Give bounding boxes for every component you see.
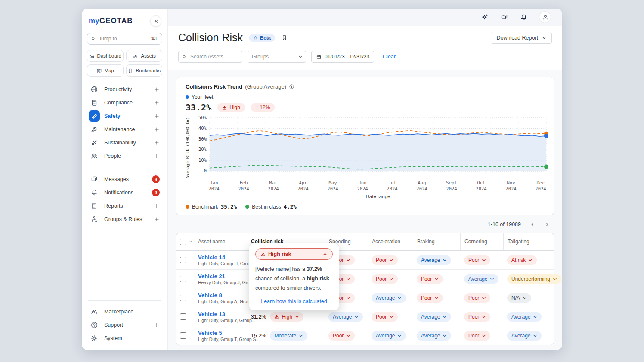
download-report-button[interactable]: Download Report	[491, 32, 552, 44]
acceleration-pill[interactable]: Poor	[372, 312, 398, 322]
column-header-acceleration[interactable]: Acceleration	[368, 233, 413, 250]
sidebar-item-groups-rules[interactable]: Groups & Rules	[87, 212, 162, 226]
braking-pill[interactable]: Average	[417, 255, 451, 265]
date-range-picker[interactable]: 01/01/23 - 12/31/23	[311, 51, 374, 63]
jump-to-placeholder: Jump to...	[99, 36, 148, 42]
sidebar-item-support[interactable]: Support	[87, 318, 162, 331]
acceleration-pill[interactable]: Poor	[372, 274, 398, 284]
row-checkbox[interactable]	[180, 313, 186, 320]
y-tick-label: 0	[204, 168, 207, 173]
asset-name-link[interactable]: Vehicle 14	[198, 254, 225, 261]
next-page-button[interactable]	[544, 221, 550, 227]
row-checkbox[interactable]	[180, 295, 186, 301]
select-all-checkbox[interactable]	[180, 239, 186, 245]
cornering-pill[interactable]: Poor	[464, 293, 490, 303]
tailgating-pill[interactable]: Average	[507, 331, 542, 341]
tailgating-pill[interactable]: Average	[507, 312, 542, 322]
bookmark-page-button[interactable]	[281, 34, 288, 41]
column-header-braking[interactable]: Braking	[413, 233, 460, 250]
row-checkbox[interactable]	[180, 257, 186, 263]
quick-link-map[interactable]: Map	[87, 64, 124, 77]
plus-icon[interactable]	[154, 153, 160, 159]
sidebar-item-notifications[interactable]: Notifications 9	[87, 186, 162, 199]
collision-risk-pill[interactable]: Moderate	[270, 331, 307, 341]
tailgating-pill[interactable]: Underperforming	[507, 274, 561, 284]
cornering-pill[interactable]: Poor	[464, 331, 490, 341]
plus-icon[interactable]	[154, 113, 160, 119]
chevron-down-icon	[346, 296, 350, 300]
braking-pill[interactable]: Poor	[417, 293, 443, 303]
braking-pill[interactable]: Average	[417, 312, 451, 322]
high-risk-pill-expanded[interactable]: High risk	[255, 248, 333, 260]
chat-icon[interactable]	[500, 13, 508, 21]
chevron-down-icon[interactable]	[188, 240, 192, 244]
plus-icon[interactable]	[154, 140, 160, 146]
sidebar-collapse-button[interactable]	[150, 15, 161, 27]
quick-link-assets[interactable]: Assets	[126, 50, 163, 62]
jump-to-search[interactable]: Jump to... ⌘F	[87, 33, 162, 45]
cornering-pill[interactable]: Average	[464, 274, 498, 284]
asset-name-link[interactable]: Vehicle 5	[198, 330, 222, 336]
cornering-pill[interactable]: Poor	[464, 312, 490, 322]
asset-name-link[interactable]: Vehicle 8	[198, 292, 222, 298]
ai-sparkle-icon[interactable]	[481, 13, 489, 21]
plus-icon[interactable]	[154, 322, 160, 328]
sidebar-item-productivity[interactable]: Productivity	[87, 83, 162, 96]
info-icon[interactable]	[289, 84, 294, 89]
best-in-class-value: 4.2%	[284, 203, 297, 210]
asset-name-link[interactable]: Vehicle 21	[198, 273, 225, 279]
chevron-down-icon	[482, 258, 486, 262]
sidebar-item-compliance[interactable]: Compliance	[87, 96, 162, 109]
learn-how-link[interactable]: Learn how this is calculated	[255, 298, 333, 304]
sidebar-item-sustainability[interactable]: Sustainability	[87, 136, 162, 149]
acceleration-pill[interactable]: Average	[372, 331, 406, 341]
row-checkbox[interactable]	[180, 276, 186, 282]
chevron-down-icon	[295, 315, 299, 319]
chart-subtitle: (Group Average)	[245, 83, 286, 90]
x-axis-label: Date range	[210, 194, 546, 199]
column-header-tailgating[interactable]: Tailgating	[503, 233, 554, 250]
bell-icon[interactable]	[520, 13, 528, 21]
bell-icon	[89, 187, 100, 198]
plus-icon[interactable]	[154, 86, 160, 92]
collision-risk-pill[interactable]: High	[270, 312, 303, 322]
previous-page-button[interactable]	[529, 221, 536, 227]
groups-dropdown[interactable]: Groups	[248, 51, 306, 63]
column-header-cornering[interactable]: Cornering	[460, 233, 503, 250]
sidebar-item-messages[interactable]: Messages 8	[87, 172, 162, 186]
sidebar-item-reports[interactable]: Reports	[87, 199, 162, 212]
chevron-down-icon	[397, 296, 402, 300]
x-tick-label: Jan2024	[199, 180, 229, 192]
speeding-pill[interactable]: Poor	[328, 331, 355, 341]
acceleration-pill[interactable]: Average	[372, 293, 406, 303]
quick-link-dashboard[interactable]: Dashboard	[87, 50, 124, 62]
chevron-down-icon[interactable]	[295, 51, 306, 62]
braking-pill[interactable]: Poor	[417, 274, 443, 284]
cornering-pill[interactable]: Poor	[464, 255, 490, 265]
acceleration-pill[interactable]: Poor	[372, 255, 398, 265]
sidebar-item-people[interactable]: People	[87, 149, 162, 163]
clear-filters-link[interactable]: Clear	[383, 54, 396, 60]
chevron-up-icon	[323, 252, 327, 256]
sidebar-item-maintenance[interactable]: Maintenance	[87, 123, 162, 136]
sidebar-item-safety[interactable]: Safety	[87, 109, 162, 123]
plus-icon[interactable]	[154, 126, 160, 132]
row-checkbox[interactable]	[180, 332, 186, 339]
map-icon	[96, 68, 102, 74]
tailgating-pill[interactable]: At risk	[507, 255, 537, 265]
tailgating-pill[interactable]: N/A	[507, 293, 531, 303]
column-header-asset-name[interactable]: Asset name	[194, 233, 247, 250]
braking-pill[interactable]: Average	[417, 331, 451, 341]
x-tick-label: Feb2024	[229, 180, 258, 192]
search-assets-input[interactable]	[189, 53, 238, 60]
plus-icon[interactable]	[154, 100, 160, 106]
speeding-pill[interactable]: Average	[328, 312, 363, 322]
asset-name-link[interactable]: Vehicle 13	[198, 311, 225, 317]
sidebar-item-system[interactable]: System	[87, 331, 162, 345]
chevron-down-icon	[389, 258, 393, 262]
sidebar-item-marketplace[interactable]: Marketplace	[87, 305, 162, 318]
quick-link-bookmarks[interactable]: Bookmarks	[126, 64, 163, 77]
plus-icon[interactable]	[154, 216, 160, 222]
plus-icon[interactable]	[154, 203, 160, 209]
account-avatar[interactable]	[539, 11, 551, 23]
